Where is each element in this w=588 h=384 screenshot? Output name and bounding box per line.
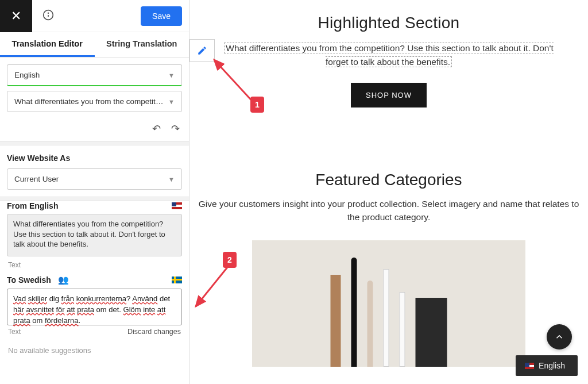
undo-redo-bar: ↶ ↷ (0, 119, 189, 141)
view-as-value: Current User (14, 175, 59, 183)
no-suggestions: No available suggestions (0, 340, 189, 360)
language-switcher[interactable]: English (516, 355, 578, 376)
view-as-select[interactable]: Current User ▼ (7, 168, 182, 190)
tab-string-translation[interactable]: String Translation (95, 32, 189, 57)
undo-button[interactable]: ↶ (152, 122, 161, 135)
source-string-value: What differentiates you from the competi… (14, 97, 164, 106)
from-language-label: From English (7, 201, 58, 210)
view-as-title: View Website As (0, 145, 189, 168)
shop-now-button[interactable]: SHOP NOW (351, 83, 427, 107)
flag-se-icon (172, 277, 182, 283)
svg-point-2 (48, 13, 49, 13)
preview-content: Highlighted Section What differentiates … (189, 0, 588, 367)
view-as-panel: Current User ▼ (0, 168, 189, 197)
source-string-select[interactable]: What differentiates you from the competi… (7, 91, 182, 112)
tab-translation-editor[interactable]: Translation Editor (0, 32, 95, 57)
to-language-label: To Swedish (7, 275, 51, 285)
scroll-to-top-button[interactable] (547, 324, 572, 350)
chevron-up-icon (554, 332, 564, 342)
translation-text-area[interactable]: Vad skiljer dig från konkurrenterna? Anv… (7, 289, 182, 325)
language-select-value: English (14, 71, 40, 79)
info-button[interactable] (32, 9, 64, 23)
highlighted-section-title: Highlighted Section (189, 14, 588, 32)
featured-title: Featured Categories (189, 171, 588, 189)
preview-pane: Highlighted Section What differentiates … (189, 0, 588, 384)
edit-element-button[interactable] (189, 39, 215, 62)
translation-footer-row: Text Discard changes (0, 325, 189, 340)
highlighted-section-desc: What differentiates you from the competi… (216, 41, 561, 69)
save-button[interactable]: Save (141, 6, 182, 26)
discard-changes-link[interactable]: Discard changes (127, 328, 181, 336)
from-language-row: From English (0, 201, 189, 214)
chevron-down-icon: ▼ (168, 98, 175, 105)
translation-sidebar: ✕ Save Translation Editor String Transla… (0, 0, 189, 384)
divider (0, 197, 189, 201)
language-switcher-label: English (539, 361, 565, 370)
sidebar-top-bar: ✕ Save (0, 0, 189, 32)
source-text-area (7, 214, 182, 256)
annotation-badge-2: 2 (223, 252, 237, 268)
editor-tabs: Translation Editor String Translation (0, 32, 189, 57)
info-icon (42, 9, 54, 21)
featured-section: Featured Categories Give your customers … (189, 171, 588, 367)
pencil-icon (197, 45, 207, 56)
divider (0, 141, 189, 145)
annotation-badge-1: 1 (250, 97, 264, 113)
language-select[interactable]: English ▼ (7, 64, 182, 86)
featured-image (252, 240, 525, 367)
to-language-row: To Swedish 👥 (0, 275, 189, 289)
flag-us-icon (172, 202, 182, 209)
editable-text-outline[interactable]: What differentiates you from the competi… (224, 43, 553, 67)
close-icon: ✕ (11, 9, 21, 24)
translation-type-hint: Text (8, 328, 21, 336)
featured-desc: Give your customers insight into your pr… (194, 197, 584, 224)
people-icon: 👥 (58, 275, 69, 285)
chevron-down-icon: ▼ (168, 72, 175, 79)
source-type-hint: Text (0, 259, 189, 275)
chevron-down-icon: ▼ (168, 176, 175, 183)
language-panel: English ▼ What differentiates you from t… (0, 57, 189, 119)
flag-us-icon (525, 363, 534, 369)
close-button[interactable]: ✕ (0, 0, 32, 32)
redo-button[interactable]: ↷ (171, 122, 180, 135)
